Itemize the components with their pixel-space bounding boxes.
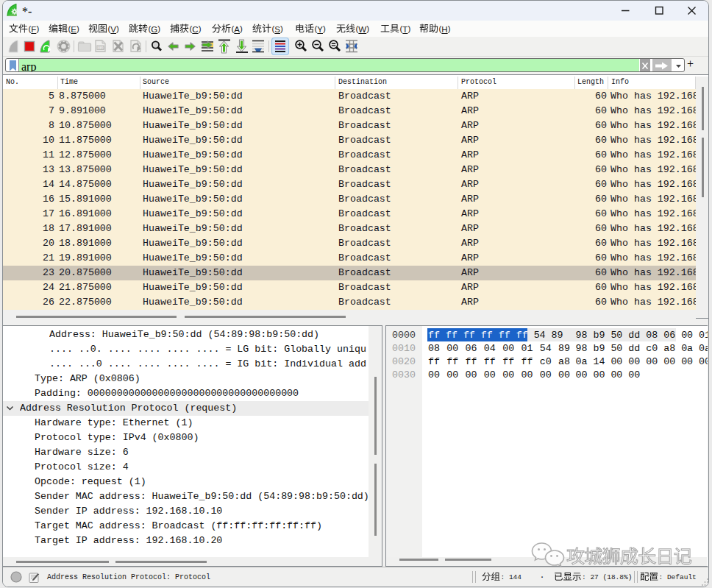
svg-text:010: 010 — [98, 46, 104, 50]
